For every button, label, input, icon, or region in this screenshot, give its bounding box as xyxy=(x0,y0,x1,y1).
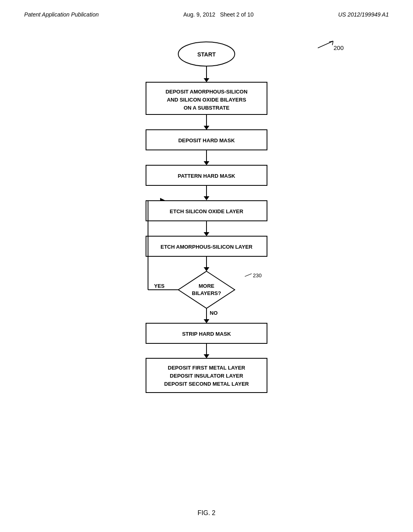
box-215-text: PATTERN HARD MASK xyxy=(178,173,236,179)
step-230-label: 230 xyxy=(253,272,262,278)
no-label: NO xyxy=(210,310,218,316)
box-205-line2: AND SILICON OXIDE BILAYERS xyxy=(167,97,246,103)
svg-line-1 xyxy=(329,41,333,42)
box-220-text: ETCH SILICON OXIDE LAYER xyxy=(170,208,244,214)
arrowhead-7 xyxy=(204,354,209,358)
diamond-230-line2: BILAYERS? xyxy=(192,290,221,296)
header-date: Aug. 9, 2012 xyxy=(183,11,215,18)
arrowhead-6 xyxy=(204,267,209,271)
main-content: 200 START 205 DEPOSIT AMORPHOUS-SILICON … xyxy=(0,18,413,517)
box-240-line1: DEPOSIT FIRST METAL LAYER xyxy=(168,365,246,371)
box-240-line2: DEPOSIT INSULATOR LAYER xyxy=(170,373,243,379)
header-center: Aug. 9, 2012 Sheet 2 of 10 xyxy=(183,11,253,18)
box-210-text: DEPOSIT HARD MASK xyxy=(178,137,235,143)
flowchart-svg: START 205 DEPOSIT AMORPHOUS-SILICON AND … xyxy=(86,34,327,497)
arrowhead-5 xyxy=(204,232,209,236)
arrowhead-3 xyxy=(204,161,209,165)
box-240-line3: DEPOSIT SECOND METAL LAYER xyxy=(164,381,249,387)
start-text: START xyxy=(197,51,216,58)
header-right: US 2012/199949 A1 xyxy=(338,11,389,18)
arrowhead-4 xyxy=(204,196,209,200)
svg-line-0 xyxy=(318,41,333,48)
diamond-230-line1: MORE xyxy=(199,283,215,289)
arrowhead-no xyxy=(204,319,209,323)
box-225-text: ETCH AMORPHOUS-SILICON LAYER xyxy=(161,244,253,250)
diamond-230 xyxy=(178,271,235,308)
fig-caption: FIG. 2 xyxy=(198,509,215,517)
page-header: Patent Application Publication Aug. 9, 2… xyxy=(0,0,413,18)
header-left: Patent Application Publication xyxy=(24,11,99,18)
box-235-text: STRIP HARD MASK xyxy=(182,331,231,337)
arrowhead-2 xyxy=(204,126,209,130)
header-sheet: Sheet 2 of 10 xyxy=(220,11,253,18)
diagram-label: 200 xyxy=(314,38,344,51)
box-205-line3: ON A SUBSTRATE xyxy=(184,105,229,111)
box-205-line1: DEPOSIT AMORPHOUS-SILICON xyxy=(165,89,247,95)
step-230-tick xyxy=(245,274,252,276)
yes-label: YES xyxy=(154,283,165,289)
arrowhead-1 xyxy=(204,78,209,82)
